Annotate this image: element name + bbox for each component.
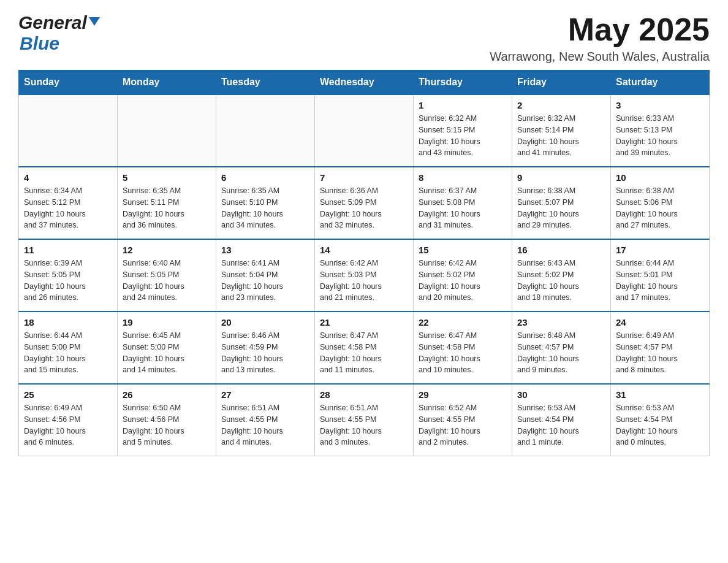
day-info: Sunrise: 6:53 AMSunset: 4:54 PMDaylight:… (517, 402, 605, 448)
day-info: Sunrise: 6:44 AMSunset: 5:01 PMDaylight:… (616, 258, 704, 304)
calendar-week-row: 1Sunrise: 6:32 AMSunset: 5:15 PMDaylight… (19, 94, 710, 167)
day-info: Sunrise: 6:32 AMSunset: 5:14 PMDaylight:… (517, 113, 605, 159)
day-info: Sunrise: 6:38 AMSunset: 5:07 PMDaylight:… (517, 185, 605, 231)
day-info: Sunrise: 6:42 AMSunset: 5:03 PMDaylight:… (320, 258, 408, 304)
day-info: Sunrise: 6:42 AMSunset: 5:02 PMDaylight:… (419, 258, 507, 304)
table-row: 18Sunrise: 6:44 AMSunset: 5:00 PMDayligh… (19, 312, 118, 384)
table-row: 14Sunrise: 6:42 AMSunset: 5:03 PMDayligh… (315, 239, 414, 312)
day-number: 13 (221, 245, 309, 255)
table-row: 9Sunrise: 6:38 AMSunset: 5:07 PMDaylight… (512, 167, 611, 239)
location-text: Warrawong, New South Wales, Australia (490, 50, 710, 64)
table-row: 3Sunrise: 6:33 AMSunset: 5:13 PMDaylight… (611, 94, 710, 167)
page-header: General Blue May 2025 Warrawong, New Sou… (18, 12, 710, 64)
day-number: 17 (616, 245, 704, 255)
table-row: 10Sunrise: 6:38 AMSunset: 5:06 PMDayligh… (611, 167, 710, 239)
day-info: Sunrise: 6:53 AMSunset: 4:54 PMDaylight:… (616, 402, 704, 448)
day-info: Sunrise: 6:43 AMSunset: 5:02 PMDaylight:… (517, 258, 605, 304)
day-info: Sunrise: 6:36 AMSunset: 5:09 PMDaylight:… (320, 185, 408, 231)
day-info: Sunrise: 6:34 AMSunset: 5:12 PMDaylight:… (24, 185, 112, 231)
day-info: Sunrise: 6:51 AMSunset: 4:55 PMDaylight:… (221, 402, 309, 448)
table-row: 29Sunrise: 6:52 AMSunset: 4:55 PMDayligh… (414, 384, 512, 456)
day-info: Sunrise: 6:37 AMSunset: 5:08 PMDaylight:… (419, 185, 507, 231)
day-number: 16 (517, 245, 605, 255)
day-number: 21 (320, 317, 408, 327)
col-thursday: Thursday (414, 71, 512, 95)
day-number: 6 (221, 172, 309, 183)
day-info: Sunrise: 6:52 AMSunset: 4:55 PMDaylight:… (419, 402, 507, 448)
day-number: 23 (517, 317, 605, 327)
table-row: 31Sunrise: 6:53 AMSunset: 4:54 PMDayligh… (611, 384, 710, 456)
day-number: 28 (320, 389, 408, 400)
table-row (216, 94, 315, 167)
day-number: 1 (419, 100, 507, 110)
table-row: 5Sunrise: 6:35 AMSunset: 5:11 PMDaylight… (118, 167, 216, 239)
day-number: 18 (24, 317, 112, 327)
table-row: 11Sunrise: 6:39 AMSunset: 5:05 PMDayligh… (19, 239, 118, 312)
table-row: 4Sunrise: 6:34 AMSunset: 5:12 PMDaylight… (19, 167, 118, 239)
day-info: Sunrise: 6:50 AMSunset: 4:56 PMDaylight:… (123, 402, 211, 448)
table-row: 25Sunrise: 6:49 AMSunset: 4:56 PMDayligh… (19, 384, 118, 456)
table-row (19, 94, 118, 167)
day-number: 20 (221, 317, 309, 327)
col-tuesday: Tuesday (216, 71, 315, 95)
table-row: 21Sunrise: 6:47 AMSunset: 4:58 PMDayligh… (315, 312, 414, 384)
table-row: 17Sunrise: 6:44 AMSunset: 5:01 PMDayligh… (611, 239, 710, 312)
day-number: 22 (419, 317, 507, 327)
day-info: Sunrise: 6:47 AMSunset: 4:58 PMDaylight:… (419, 330, 507, 376)
table-row: 22Sunrise: 6:47 AMSunset: 4:58 PMDayligh… (414, 312, 512, 384)
table-row: 6Sunrise: 6:35 AMSunset: 5:10 PMDaylight… (216, 167, 315, 239)
day-info: Sunrise: 6:51 AMSunset: 4:55 PMDaylight:… (320, 402, 408, 448)
day-number: 29 (419, 389, 507, 400)
day-number: 12 (123, 245, 211, 255)
table-row: 15Sunrise: 6:42 AMSunset: 5:02 PMDayligh… (414, 239, 512, 312)
table-row: 30Sunrise: 6:53 AMSunset: 4:54 PMDayligh… (512, 384, 611, 456)
calendar-week-row: 11Sunrise: 6:39 AMSunset: 5:05 PMDayligh… (19, 239, 710, 312)
table-row: 8Sunrise: 6:37 AMSunset: 5:08 PMDaylight… (414, 167, 512, 239)
day-number: 11 (24, 245, 112, 255)
logo-general-text: General (18, 12, 87, 33)
table-row: 2Sunrise: 6:32 AMSunset: 5:14 PMDaylight… (512, 94, 611, 167)
table-row: 13Sunrise: 6:41 AMSunset: 5:04 PMDayligh… (216, 239, 315, 312)
logo-arrow-icon (88, 15, 101, 28)
day-info: Sunrise: 6:39 AMSunset: 5:05 PMDaylight:… (24, 258, 112, 304)
table-row: 19Sunrise: 6:45 AMSunset: 5:00 PMDayligh… (118, 312, 216, 384)
calendar-week-row: 25Sunrise: 6:49 AMSunset: 4:56 PMDayligh… (19, 384, 710, 456)
table-row: 26Sunrise: 6:50 AMSunset: 4:56 PMDayligh… (118, 384, 216, 456)
day-info: Sunrise: 6:32 AMSunset: 5:15 PMDaylight:… (419, 113, 507, 159)
day-number: 8 (419, 172, 507, 183)
calendar-week-row: 4Sunrise: 6:34 AMSunset: 5:12 PMDaylight… (19, 167, 710, 239)
svg-marker-0 (89, 17, 100, 26)
day-number: 4 (24, 172, 112, 183)
day-number: 7 (320, 172, 408, 183)
col-saturday: Saturday (611, 71, 710, 95)
day-number: 9 (517, 172, 605, 183)
table-row: 16Sunrise: 6:43 AMSunset: 5:02 PMDayligh… (512, 239, 611, 312)
day-number: 5 (123, 172, 211, 183)
day-number: 15 (419, 245, 507, 255)
logo-blue-text: Blue (20, 33, 59, 53)
day-info: Sunrise: 6:33 AMSunset: 5:13 PMDaylight:… (616, 113, 704, 159)
table-row: 23Sunrise: 6:48 AMSunset: 4:57 PMDayligh… (512, 312, 611, 384)
day-info: Sunrise: 6:35 AMSunset: 5:10 PMDaylight:… (221, 185, 309, 231)
month-title: May 2025 (490, 12, 710, 47)
day-info: Sunrise: 6:38 AMSunset: 5:06 PMDaylight:… (616, 185, 704, 231)
day-info: Sunrise: 6:44 AMSunset: 5:00 PMDaylight:… (24, 330, 112, 376)
calendar-header-row: Sunday Monday Tuesday Wednesday Thursday… (19, 71, 710, 95)
day-number: 2 (517, 100, 605, 110)
day-info: Sunrise: 6:47 AMSunset: 4:58 PMDaylight:… (320, 330, 408, 376)
day-info: Sunrise: 6:41 AMSunset: 5:04 PMDaylight:… (221, 258, 309, 304)
table-row: 27Sunrise: 6:51 AMSunset: 4:55 PMDayligh… (216, 384, 315, 456)
col-sunday: Sunday (19, 71, 118, 95)
title-section: May 2025 Warrawong, New South Wales, Aus… (490, 12, 710, 64)
day-number: 30 (517, 389, 605, 400)
day-number: 3 (616, 100, 704, 110)
day-info: Sunrise: 6:45 AMSunset: 5:00 PMDaylight:… (123, 330, 211, 376)
day-number: 19 (123, 317, 211, 327)
table-row: 24Sunrise: 6:49 AMSunset: 4:57 PMDayligh… (611, 312, 710, 384)
table-row: 28Sunrise: 6:51 AMSunset: 4:55 PMDayligh… (315, 384, 414, 456)
table-row (315, 94, 414, 167)
day-info: Sunrise: 6:46 AMSunset: 4:59 PMDaylight:… (221, 330, 309, 376)
logo: General Blue (18, 12, 102, 54)
col-friday: Friday (512, 71, 611, 95)
day-number: 27 (221, 389, 309, 400)
